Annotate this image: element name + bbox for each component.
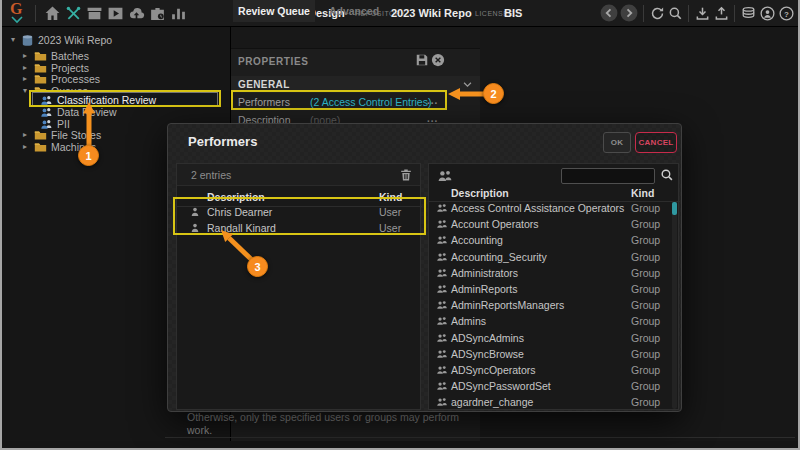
cancel-button[interactable]: CANCEL xyxy=(635,132,677,153)
ok-button[interactable]: OK xyxy=(603,132,631,153)
toolbar-divider xyxy=(734,5,735,22)
column-header-kind: Kind xyxy=(379,191,402,203)
tab-advanced[interactable]: Advanced xyxy=(315,0,393,22)
refresh-icon[interactable] xyxy=(650,6,665,21)
batches-icon[interactable] xyxy=(86,5,103,22)
tab-strip xyxy=(231,27,480,49)
group-description: AdminReports xyxy=(451,283,518,295)
separator-dot: · xyxy=(466,8,469,19)
repository-value[interactable]: 2023 Wiki Repo xyxy=(391,7,472,19)
cloud-upload-icon[interactable] xyxy=(128,5,145,22)
group-description: ADSyncAdmins xyxy=(451,332,524,344)
tree-item-label: 2023 Wiki Repo xyxy=(38,34,112,46)
column-header-description: Description xyxy=(207,191,265,203)
scrollbar-thumb[interactable] xyxy=(672,202,677,215)
chevron-right-icon[interactable] xyxy=(20,51,30,60)
group-description: ADSyncOperators xyxy=(451,364,536,376)
group-description: Administrators xyxy=(451,267,518,279)
chevron-right-icon[interactable] xyxy=(20,63,30,72)
group-kind: Group xyxy=(631,299,660,311)
group-kind: Group xyxy=(631,396,660,408)
database-icon[interactable] xyxy=(741,6,756,21)
tree-item-label: PII xyxy=(57,118,70,130)
group-kind: Group xyxy=(631,283,660,295)
group-description: Accounting_Security xyxy=(451,251,547,263)
group-description: ADSyncPasswordSet xyxy=(451,380,551,392)
app-window: G PAGE Design · REPOSITORY 2023 Wiki Rep… xyxy=(0,0,800,450)
back-icon[interactable] xyxy=(600,4,618,22)
folder-icon xyxy=(34,141,47,154)
chevron-right-icon[interactable] xyxy=(20,130,30,139)
close-icon[interactable] xyxy=(431,53,445,67)
entry-kind: User xyxy=(379,222,401,234)
jobs-clock-icon[interactable] xyxy=(149,5,166,22)
licensee-value[interactable]: BIS xyxy=(504,7,522,19)
design-tools-icon[interactable] xyxy=(65,5,82,22)
group-icon xyxy=(436,364,448,376)
panel-bottom-border xyxy=(165,437,795,438)
help-icon[interactable] xyxy=(779,6,794,21)
chevron-right-icon[interactable] xyxy=(20,74,30,83)
dialog-title: Performers xyxy=(188,134,257,149)
group-icon xyxy=(436,283,448,295)
chevron-right-icon[interactable] xyxy=(20,142,30,151)
delete-entry-icon[interactable] xyxy=(399,168,413,182)
group-icon xyxy=(436,299,448,311)
user-icon xyxy=(189,206,201,218)
tree-item-label: File Stores xyxy=(51,129,101,141)
repository-node-icon xyxy=(21,34,34,47)
save-icon[interactable] xyxy=(415,53,429,67)
stats-chart-icon[interactable] xyxy=(170,5,187,22)
entries-count-bar: 2 entries xyxy=(177,164,420,186)
properties-title: PROPERTIES xyxy=(238,56,308,67)
download-icon[interactable] xyxy=(695,6,710,21)
group-icon xyxy=(436,234,448,246)
chevron-down-icon[interactable] xyxy=(462,79,473,90)
property-performers-ellipsis-button[interactable]: ... xyxy=(427,95,438,106)
tree-item-label: Batches xyxy=(51,50,89,62)
toolbar-divider xyxy=(688,5,689,22)
review-queue-icon xyxy=(40,94,53,107)
callout-2: 2 xyxy=(483,83,504,104)
tab-review-queue[interactable]: Review Queue xyxy=(233,0,315,22)
tree-item-root[interactable]: 2023 Wiki Repo xyxy=(2,34,226,47)
entry-search-input[interactable] xyxy=(561,168,655,184)
scrollbar[interactable] xyxy=(672,201,677,409)
tree-item-label: Projects xyxy=(51,62,89,74)
forward-icon[interactable] xyxy=(620,4,638,22)
group-icon xyxy=(436,251,448,263)
group-icon xyxy=(436,380,448,392)
chevron-down-icon[interactable] xyxy=(8,35,18,44)
group-kind: Group xyxy=(631,234,660,246)
available-entries-panel: Description Kind Access Control Assistan… xyxy=(428,163,679,410)
upload-icon[interactable] xyxy=(714,6,729,21)
group-kind: Group xyxy=(631,348,660,360)
logo-chevron-icon xyxy=(11,16,23,24)
search-icon[interactable] xyxy=(668,6,683,21)
toolbar-divider xyxy=(643,5,644,22)
play-box-icon[interactable] xyxy=(107,5,124,22)
home-icon[interactable] xyxy=(44,5,61,22)
property-performers-value[interactable]: (2 Access Control Entries) xyxy=(310,96,431,108)
search-icon[interactable] xyxy=(660,168,674,182)
group-kind: Group xyxy=(631,218,660,230)
group-description: agardner_change xyxy=(451,396,533,408)
tree-item-label: Processes xyxy=(51,73,100,85)
property-performers-label: Performers xyxy=(238,96,290,108)
tree-item-classification-review[interactable]: Classification Review xyxy=(2,94,226,107)
group-description: ADSyncBrowse xyxy=(451,348,524,360)
group-description: Admins xyxy=(451,315,486,327)
group-icon xyxy=(436,348,448,360)
entry-description: Chris Dearner xyxy=(207,206,272,218)
group-filter-icon[interactable] xyxy=(437,168,453,184)
selected-entries-panel: 2 entries Description Kind Chris Dearner… xyxy=(176,163,421,410)
group-kind: Group xyxy=(631,332,660,344)
group-description: Access Control Assistance Operators xyxy=(451,202,624,214)
account-icon[interactable] xyxy=(760,6,775,21)
group-kind: Group xyxy=(631,251,660,263)
tree-item-label: Data Review xyxy=(57,106,117,118)
property-help-text: Otherwise, only the specified users or g… xyxy=(187,411,459,423)
performers-dialog: Performers OK CANCEL 2 entries Descripti… xyxy=(167,123,682,412)
group-icon xyxy=(436,396,448,408)
entry-kind: User xyxy=(379,206,401,218)
